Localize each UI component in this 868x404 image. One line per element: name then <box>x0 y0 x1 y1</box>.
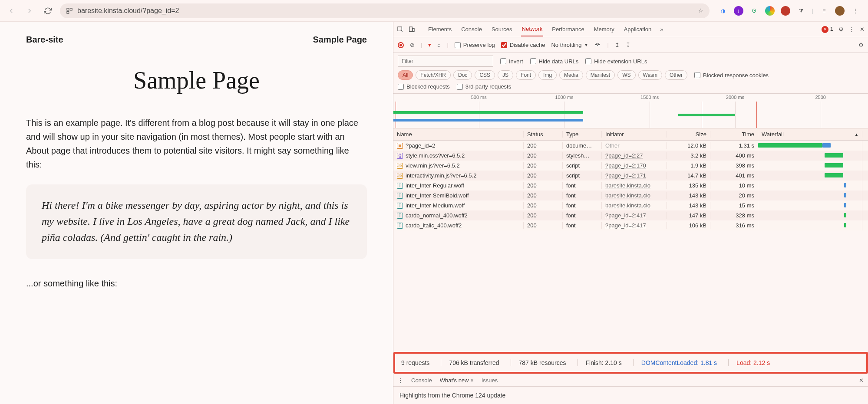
extension-icons: ◑ ↓ G ⧩ | ≡ ⋮ <box>716 6 863 16</box>
network-row[interactable]: ≡?page_id=2200docume…Other12.0 kB1.31 s <box>393 141 868 151</box>
filter-input[interactable] <box>398 56 493 67</box>
site-name[interactable]: Bare-site <box>26 35 63 45</box>
drawer-tab-console[interactable]: Console <box>411 377 432 384</box>
request-status: 200 <box>524 202 563 209</box>
drawer-menu-icon[interactable]: ⋮ <box>398 377 403 384</box>
network-table-header[interactable]: Name Status Type Initiator Size Time Wat… <box>393 128 868 141</box>
devtools-tab-elements[interactable]: Elements <box>427 23 452 36</box>
filter-pill-manifest[interactable]: Manifest <box>586 70 615 80</box>
clear-icon[interactable]: ⊘ <box>410 42 415 48</box>
blocked-cookies-checkbox[interactable]: Blocked response cookies <box>694 72 769 79</box>
browser-menu-icon[interactable]: ⋮ <box>851 6 860 16</box>
request-type: docume… <box>563 142 602 149</box>
profile-avatar[interactable] <box>835 6 845 16</box>
request-name: inter_Inter-SemiBold.woff <box>406 192 469 199</box>
nav-sample-page[interactable]: Sample Page <box>313 35 367 45</box>
network-row[interactable]: JSinteractivity.min.js?ver=6.5.2200scrip… <box>393 171 868 181</box>
settings-gear-icon[interactable]: ⚙ <box>838 26 844 33</box>
request-size: 147 kB <box>667 212 710 219</box>
request-initiator[interactable]: ?page_id=2:171 <box>602 172 667 179</box>
hide-data-urls-checkbox[interactable]: Hide data URLs <box>530 58 579 65</box>
devtools-tab-console[interactable]: Console <box>460 23 483 36</box>
filter-pill-all[interactable]: All <box>398 70 413 80</box>
filter-pill-ws[interactable]: WS <box>617 70 635 80</box>
summary-dcl: DOMContentLoaded: 1.81 s <box>633 359 717 366</box>
network-row[interactable]: {}style.min.css?ver=6.5.2200stylesh…?pag… <box>393 151 868 161</box>
invert-checkbox[interactable]: Invert <box>500 58 523 65</box>
devtools-panel: ElementsConsoleSourcesNetworkPerformance… <box>393 22 868 404</box>
device-toolbar-icon[interactable] <box>408 26 415 33</box>
search-icon[interactable]: ⌕ <box>437 42 441 48</box>
more-tabs-icon[interactable]: » <box>660 26 663 33</box>
close-tab-icon[interactable]: × <box>470 377 474 384</box>
request-name: cardo_italic_400.woff2 <box>406 222 462 229</box>
inspect-element-icon[interactable] <box>397 26 404 33</box>
devtools-tab-performance[interactable]: Performance <box>551 23 585 36</box>
throttling-select[interactable]: No throttling ▼ <box>551 42 588 48</box>
extension-icon[interactable]: ↓ <box>734 6 743 16</box>
third-party-checkbox[interactable]: 3rd-party requests <box>457 83 512 90</box>
address-bar[interactable]: baresite.kinsta.cloud/?page_id=2 ☆ <box>60 3 710 18</box>
network-timeline[interactable]: 500 ms1000 ms1500 ms2000 ms2500 <box>393 94 868 128</box>
close-drawer-icon[interactable]: ✕ <box>859 377 864 384</box>
disable-cache-checkbox[interactable]: Disable cache <box>501 42 545 48</box>
network-row[interactable]: JSview.min.js?ver=6.5.2200script?page_id… <box>393 161 868 171</box>
forward-button[interactable] <box>23 5 36 17</box>
request-size: 14.7 kB <box>667 172 710 179</box>
filter-pill-doc[interactable]: Doc <box>453 70 472 80</box>
devtools-tab-memory[interactable]: Memory <box>593 23 615 36</box>
bookmark-star-icon[interactable]: ☆ <box>698 7 703 14</box>
blocked-requests-checkbox[interactable]: Blocked requests <box>398 83 450 90</box>
filter-pill-css[interactable]: CSS <box>475 70 495 80</box>
filter-pill-media[interactable]: Media <box>559 70 583 80</box>
file-type-icon: T <box>397 223 403 229</box>
drawer-tab-issues[interactable]: Issues <box>482 377 498 384</box>
request-initiator[interactable]: baresite.kinsta.clo <box>602 192 667 199</box>
network-conditions-icon[interactable] <box>594 42 601 49</box>
filter-funnel-icon[interactable]: ▾ <box>428 42 431 48</box>
extension-icon[interactable] <box>781 6 790 16</box>
extension-icon[interactable]: G <box>749 6 759 16</box>
download-har-icon[interactable]: ↧ <box>626 42 630 48</box>
extension-icon[interactable] <box>765 6 775 16</box>
record-button[interactable] <box>398 42 404 48</box>
filter-pill-fetchxhr[interactable]: Fetch/XHR <box>416 70 451 80</box>
extensions-puzzle-icon[interactable]: ⧩ <box>796 6 806 16</box>
error-indicator[interactable]: ✕ 1 <box>822 26 833 33</box>
request-initiator[interactable]: ?page_id=2:27 <box>602 152 667 159</box>
request-initiator[interactable]: ?page_id=2:170 <box>602 162 667 169</box>
file-type-icon: T <box>397 203 403 209</box>
reload-button[interactable] <box>42 5 54 17</box>
request-initiator[interactable]: ?page_id=2:417 <box>602 212 667 219</box>
upload-har-icon[interactable]: ↥ <box>615 42 620 48</box>
close-devtools-icon[interactable]: ✕ <box>860 26 865 33</box>
devtools-tab-application[interactable]: Application <box>623 23 653 36</box>
request-initiator[interactable]: baresite.kinsta.clo <box>602 182 667 189</box>
filter-pill-wasm[interactable]: Wasm <box>638 70 663 80</box>
filter-pill-font[interactable]: Font <box>516 70 536 80</box>
request-initiator[interactable]: baresite.kinsta.clo <box>602 202 667 209</box>
network-row[interactable]: Tinter_Inter-SemiBold.woff200fontbaresit… <box>393 191 868 200</box>
network-settings-icon[interactable]: ⚙ <box>858 42 864 48</box>
network-row[interactable]: Tcardo_normal_400.woff2200font?page_id=2… <box>393 210 868 220</box>
preserve-log-checkbox[interactable]: Preserve log <box>455 42 495 48</box>
filter-pill-other[interactable]: Other <box>665 70 687 80</box>
request-initiator[interactable]: ?page_id=2:417 <box>602 222 667 229</box>
network-row[interactable]: Tcardo_italic_400.woff2200font?page_id=2… <box>393 220 868 230</box>
drawer-tab-whatsnew[interactable]: What's new × <box>440 377 474 384</box>
hide-extension-urls-checkbox[interactable]: Hide extension URLs <box>585 58 647 65</box>
devtools-tab-sources[interactable]: Sources <box>491 23 513 36</box>
filter-pill-js[interactable]: JS <box>498 70 513 80</box>
waterfall-cell <box>758 200 862 210</box>
devtools-tab-network[interactable]: Network <box>521 22 544 36</box>
reading-list-icon[interactable]: ≡ <box>819 6 829 16</box>
network-summary: 9 requests 706 kB transferred 787 kB res… <box>393 352 868 374</box>
network-row[interactable]: Tinter_Inter-Regular.woff200fontbaresite… <box>393 181 868 191</box>
request-time: 400 ms <box>710 152 758 159</box>
extension-icon[interactable]: ◑ <box>718 6 728 16</box>
network-row[interactable]: Tinter_Inter-Medium.woff200fontbaresite.… <box>393 200 868 210</box>
request-name: ?page_id=2 <box>406 142 435 149</box>
filter-pill-img[interactable]: Img <box>538 70 557 80</box>
back-button[interactable] <box>5 5 17 17</box>
devtools-menu-icon[interactable]: ⋮ <box>849 26 855 33</box>
